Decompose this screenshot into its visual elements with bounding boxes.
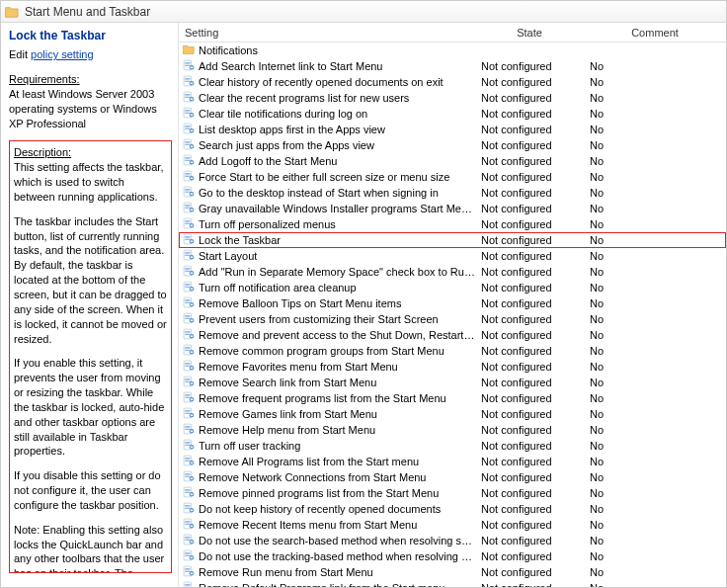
- svg-rect-97: [191, 273, 194, 274]
- policy-comment: No: [584, 582, 726, 587]
- column-headers: Setting State Comment: [179, 23, 726, 42]
- policy-label: Turn off personalized menus: [199, 218, 336, 230]
- svg-rect-227: [185, 571, 190, 572]
- policy-item-icon: [183, 344, 199, 358]
- policy-row[interactable]: Remove All Programs list from the Start …: [179, 454, 726, 469]
- policy-row[interactable]: Add Logoff to the Start MenuNot configur…: [179, 153, 726, 169]
- policy-state: Not configured: [475, 503, 584, 515]
- policy-label: Remove Network Connections from Start Me…: [199, 471, 426, 483]
- policy-row[interactable]: Remove Run menu from Start MenuNot confi…: [179, 564, 726, 580]
- svg-rect-206: [185, 524, 190, 525]
- policy-row[interactable]: Turn off user trackingNot configuredNo: [179, 438, 726, 454]
- policy-row[interactable]: Remove Favorites menu from Start MenuNot…: [179, 359, 726, 375]
- policy-label: Gray unavailable Windows Installer progr…: [199, 203, 475, 214]
- policy-comment: No: [584, 250, 726, 262]
- policy-row[interactable]: Turn off personalized menusNot configure…: [179, 216, 726, 232]
- policy-label: List desktop apps first in the Apps view: [199, 124, 385, 135]
- policy-comment: No: [584, 60, 726, 72]
- policy-row[interactable]: Clear tile notifications during log onNo…: [179, 106, 726, 122]
- policy-row[interactable]: Prevent users from customizing their Sta…: [179, 311, 726, 327]
- svg-rect-149: [185, 396, 190, 397]
- svg-rect-174: [191, 447, 194, 448]
- policy-row-selected[interactable]: Lock the TaskbarNot configuredNo: [179, 232, 726, 248]
- svg-rect-104: [191, 289, 194, 290]
- policy-row[interactable]: Do not use the tracking-based method whe…: [179, 548, 726, 564]
- policy-row[interactable]: Remove Search link from Start MenuNot co…: [179, 375, 726, 390]
- svg-rect-163: [185, 428, 190, 429]
- svg-rect-83: [191, 241, 194, 242]
- svg-rect-107: [185, 301, 190, 302]
- policy-state: Not configured: [475, 282, 584, 294]
- policy-state: Not configured: [475, 535, 584, 546]
- policy-item-icon: [183, 75, 199, 89]
- policy-list[interactable]: NotificationsAdd Search Internet link to…: [179, 42, 726, 587]
- column-header-setting[interactable]: Setting: [179, 27, 475, 39]
- policy-label: Remove Default Programs link from the St…: [199, 582, 447, 587]
- policy-row[interactable]: Remove frequent programs list from the S…: [179, 390, 726, 406]
- svg-rect-211: [185, 537, 190, 538]
- svg-rect-20: [191, 99, 194, 100]
- svg-rect-198: [185, 507, 190, 508]
- svg-rect-45: [185, 160, 190, 161]
- svg-rect-24: [185, 113, 190, 114]
- svg-rect-218: [185, 552, 190, 553]
- column-header-state[interactable]: State: [475, 27, 584, 39]
- policy-label: Do not use the tracking-based method whe…: [199, 550, 475, 562]
- policy-comment: No: [584, 487, 726, 499]
- policy-row[interactable]: Remove Network Connections from Start Me…: [179, 469, 726, 485]
- policy-row[interactable]: Gray unavailable Windows Installer progr…: [179, 201, 726, 216]
- policy-item-icon: [183, 423, 199, 437]
- policy-row[interactable]: Add "Run in Separate Memory Space" check…: [179, 264, 726, 280]
- policy-state: Not configured: [475, 124, 584, 135]
- policy-row[interactable]: Remove Default Programs link from the St…: [179, 580, 726, 587]
- svg-rect-87: [185, 255, 190, 256]
- svg-rect-65: [185, 207, 190, 208]
- svg-rect-62: [191, 194, 194, 195]
- policy-row[interactable]: Remove Games link from Start MenuNot con…: [179, 406, 726, 422]
- policy-item-icon: [183, 281, 199, 294]
- policy-item-icon: [183, 360, 199, 374]
- policy-row[interactable]: Remove Balloon Tips on Start Menu itemsN…: [179, 295, 726, 311]
- policy-row[interactable]: Notifications: [179, 42, 726, 58]
- svg-rect-153: [191, 399, 194, 400]
- policy-row[interactable]: Force Start to be either full screen siz…: [179, 169, 726, 185]
- svg-rect-181: [191, 462, 194, 463]
- policy-row[interactable]: Search just apps from the Apps viewNot c…: [179, 137, 726, 153]
- policy-row[interactable]: Clear history of recently opened documen…: [179, 74, 726, 90]
- svg-rect-232: [185, 584, 190, 585]
- policy-comment: No: [584, 171, 726, 183]
- policy-row[interactable]: Add Search Internet link to Start MenuNo…: [179, 58, 726, 74]
- svg-rect-120: [185, 331, 190, 332]
- policy-row[interactable]: Remove Recent Items menu from Start Menu…: [179, 517, 726, 533]
- policy-row[interactable]: Start LayoutNot configuredNo: [179, 248, 726, 264]
- policy-item-icon: [183, 549, 199, 563]
- description-p3: If you enable this setting, it prevents …: [14, 356, 167, 459]
- policy-row[interactable]: Remove and prevent access to the Shut Do…: [179, 327, 726, 343]
- policy-row[interactable]: Remove pinned programs list from the Sta…: [179, 485, 726, 501]
- edit-policy-link[interactable]: policy setting: [31, 48, 94, 60]
- policy-comment: No: [584, 92, 726, 104]
- policy-row[interactable]: Go to the desktop instead of Start when …: [179, 185, 726, 201]
- svg-rect-230: [191, 573, 194, 574]
- policy-row[interactable]: Turn off notification area cleanupNot co…: [179, 280, 726, 295]
- policy-state: Not configured: [475, 297, 584, 309]
- svg-rect-23: [185, 112, 190, 113]
- policy-state: Not configured: [475, 139, 584, 151]
- policy-row[interactable]: Remove common program groups from Start …: [179, 343, 726, 359]
- policy-label: Clear history of recently opened documen…: [199, 76, 444, 88]
- policy-label: Remove All Programs list from the Start …: [199, 456, 419, 467]
- policy-row[interactable]: Remove Help menu from Start MenuNot conf…: [179, 422, 726, 438]
- svg-rect-29: [185, 126, 190, 126]
- svg-rect-113: [185, 315, 190, 316]
- svg-rect-99: [185, 284, 190, 285]
- description-label: Description:: [14, 146, 71, 158]
- svg-rect-141: [185, 378, 190, 379]
- policy-row[interactable]: List desktop apps first in the Apps view…: [179, 122, 726, 137]
- svg-rect-190: [185, 489, 190, 490]
- selected-policy-title: Lock the Taskbar: [9, 29, 172, 42]
- policy-item-icon: [183, 502, 199, 516]
- policy-row[interactable]: Do not keep history of recently opened d…: [179, 501, 726, 517]
- policy-row[interactable]: Clear the recent programs list for new u…: [179, 90, 726, 106]
- policy-row[interactable]: Do not use the search-based method when …: [179, 533, 726, 548]
- column-header-comment[interactable]: Comment: [584, 27, 726, 39]
